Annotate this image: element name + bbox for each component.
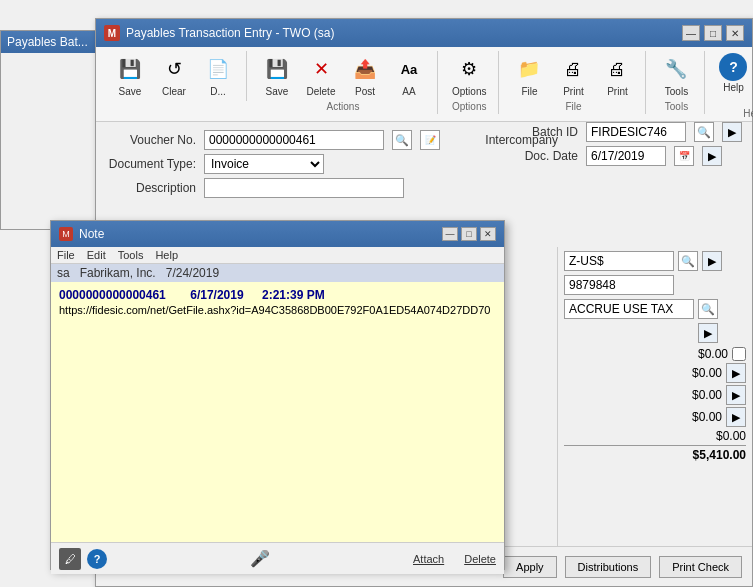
app-icon: M: [104, 25, 120, 41]
amount-nav-2[interactable]: ▶: [726, 363, 746, 383]
restore-button[interactable]: □: [704, 25, 722, 41]
vendor-row: [564, 275, 746, 295]
batch-nav-btn[interactable]: ▶: [722, 122, 742, 142]
ribbon-aa-button[interactable]: Aa AA: [389, 51, 429, 99]
note-entry-date: 6/17/2019: [190, 288, 243, 302]
amount-row-1: $0.00: [564, 347, 746, 361]
ribbon-help-button[interactable]: ? Help: [715, 51, 751, 95]
date-nav-btn[interactable]: ▶: [702, 146, 722, 166]
ribbon-tools-label: Tools: [665, 86, 688, 97]
currency-nav-btn[interactable]: ▶: [702, 251, 722, 271]
amount-val-2: $0.00: [642, 366, 722, 380]
note-minimize-btn[interactable]: —: [442, 227, 458, 241]
note-content[interactable]: 0000000000000461 6/17/2019 2:21:39 PM ht…: [51, 282, 504, 542]
batch-window: Payables Bat...: [0, 30, 100, 230]
currency-search-btn[interactable]: 🔍: [678, 251, 698, 271]
accrue-nav-btn[interactable]: ▶: [698, 323, 718, 343]
ribbon-post-label: Post: [355, 86, 375, 97]
attach-button[interactable]: Attach: [413, 553, 444, 565]
ribbon-delete-button[interactable]: ✕ Delete: [301, 51, 341, 99]
note-menu-help[interactable]: Help: [155, 249, 178, 261]
ribbon-options-button[interactable]: ⚙ Options: [448, 51, 490, 99]
note-delete-button[interactable]: Delete: [464, 553, 496, 565]
ribbon-buttons-left: 💾 Save ↺ Clear 📄 D...: [110, 51, 238, 99]
note-restore-btn[interactable]: □: [461, 227, 477, 241]
ribbon-save-button[interactable]: 💾 Save: [257, 51, 297, 99]
transaction-title-text: Payables Transaction Entry - TWO (sa): [126, 26, 335, 40]
ribbon-buttons-options: ⚙ Options: [448, 51, 490, 99]
description-input[interactable]: [204, 178, 404, 198]
ribbon-delete-icon: ✕: [305, 53, 337, 85]
amount-check-1[interactable]: [732, 347, 746, 361]
ribbon-buttons-help: ? Help 📌 Add Note: [715, 51, 753, 106]
note-menu-tools[interactable]: Tools: [118, 249, 144, 261]
distributions-button[interactable]: Distributions: [565, 556, 652, 578]
amount-nav-3[interactable]: ▶: [726, 385, 746, 405]
doc-date-input[interactable]: [586, 146, 666, 166]
ribbon-buttons-actions: 💾 Save ✕ Delete 📤 Post Aa AA: [257, 51, 429, 99]
amount-val-1: $0.00: [648, 347, 728, 361]
amount-row-3: $0.00 ▶: [564, 385, 746, 405]
note-window: M Note — □ ✕ File Edit Tools Help sa Fab…: [50, 220, 505, 570]
note-menu-file[interactable]: File: [57, 249, 75, 261]
ribbon-tools-button[interactable]: 🔧 Tools: [656, 51, 696, 99]
ribbon-options-icon: ⚙: [453, 53, 485, 85]
ribbon-print1-button[interactable]: 🖨 Print: [553, 51, 593, 99]
ribbon-print2-button[interactable]: 🖨 Print: [597, 51, 637, 99]
stamp-icon: 🖊: [59, 548, 81, 570]
voucher-search-btn[interactable]: 🔍: [392, 130, 412, 150]
note-entry-text: https://fidesic.com/net/GetFile.ashx?id=…: [59, 304, 496, 316]
d-button[interactable]: 📄 D...: [198, 51, 238, 99]
note-menu-edit[interactable]: Edit: [87, 249, 106, 261]
ribbon-post-button[interactable]: 📤 Post: [345, 51, 385, 99]
description-row: Description: [106, 178, 742, 198]
batch-search-btn[interactable]: 🔍: [694, 122, 714, 142]
amount-row-6: $5,410.00: [564, 445, 746, 462]
amount-val-4: $0.00: [642, 410, 722, 424]
ribbon-save-label: Save: [266, 86, 289, 97]
ribbon-file-button[interactable]: 📁 File: [509, 51, 549, 99]
ribbon-print2-label: Print: [607, 86, 628, 97]
save-label: Save: [119, 86, 142, 97]
save-button[interactable]: 💾 Save: [110, 51, 150, 99]
note-entry-0: 0000000000000461 6/17/2019 2:21:39 PM ht…: [59, 288, 496, 316]
amount-row-2: $0.00 ▶: [564, 363, 746, 383]
ribbon-buttons-file: 📁 File 🖨 Print 🖨 Print: [509, 51, 637, 99]
batch-id-input[interactable]: [586, 122, 686, 142]
actions-group-label: Actions: [327, 101, 360, 112]
tools-group-label: Tools: [665, 101, 688, 112]
ribbon-group-actions-left: 💾 Save ↺ Clear 📄 D...: [102, 51, 247, 101]
note-close-btn[interactable]: ✕: [480, 227, 496, 241]
apply-button[interactable]: Apply: [503, 556, 557, 578]
print-check-button[interactable]: Print Check: [659, 556, 742, 578]
voucher-input[interactable]: [204, 130, 384, 150]
ribbon: 💾 Save ↺ Clear 📄 D...: [96, 47, 752, 122]
date-picker-btn[interactable]: 📅: [674, 146, 694, 166]
ribbon-help-label: Help: [723, 82, 744, 93]
amount-nav-4[interactable]: ▶: [726, 407, 746, 427]
ribbon-save-icon: 💾: [261, 53, 293, 85]
close-button[interactable]: ✕: [726, 25, 744, 41]
note-user: sa: [57, 266, 70, 280]
vendor-input[interactable]: [564, 275, 674, 295]
accrue-search-btn[interactable]: 🔍: [698, 299, 718, 319]
help-icon[interactable]: ?: [87, 549, 107, 569]
note-title-text: Note: [79, 227, 104, 241]
ribbon-aa-icon: Aa: [393, 53, 425, 85]
batch-id-row: Batch ID 🔍 ▶: [518, 122, 742, 142]
save-icon: 💾: [114, 53, 146, 85]
doctype-select[interactable]: Invoice: [204, 154, 324, 174]
ribbon-post-icon: 📤: [349, 53, 381, 85]
clear-button[interactable]: ↺ Clear: [154, 51, 194, 99]
ribbon-group-help: ? Help 📌 Add Note Help: [707, 51, 753, 121]
ribbon-options-label: Options: [452, 86, 486, 97]
transaction-title-bar: M Payables Transaction Entry - TWO (sa) …: [96, 19, 752, 47]
minimize-button[interactable]: —: [682, 25, 700, 41]
note-company: Fabrikam, Inc.: [80, 266, 156, 280]
note-bottom: 🖊 ? 🎤 Attach Delete: [51, 542, 504, 574]
amount-row-4: $0.00 ▶: [564, 407, 746, 427]
amount-val-3: $0.00: [642, 388, 722, 402]
batch-title-text: Payables Bat...: [7, 35, 88, 49]
voucher-note-btn[interactable]: 📝: [420, 130, 440, 150]
currency-input[interactable]: [564, 251, 674, 271]
